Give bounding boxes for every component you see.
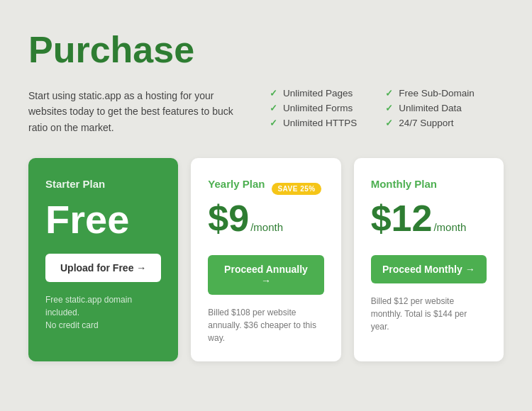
yearly-plan-note: Billed $108 per website annually. $36 ch… <box>208 306 323 344</box>
monthly-plan-card: Monthly Plan $12 /month Proceed Monthly … <box>354 158 504 361</box>
feature-item: ✓ Unlimited HTTPS <box>270 118 357 128</box>
feature-label: Free Sub-Domain <box>399 88 475 98</box>
starter-plan-price: Free <box>45 200 161 240</box>
features-col-1: ✓ Unlimited Pages ✓ Unlimited Forms ✓ Un… <box>270 88 357 135</box>
starter-plan-button[interactable]: Upload for Free → <box>45 254 161 282</box>
monthly-plan-name: Monthly Plan <box>371 178 487 190</box>
page-title: Purchase <box>28 28 504 71</box>
yearly-plan-card: Yearly Plan SAVE 25% $9 /month Proceed A… <box>191 158 340 361</box>
feature-label: Unlimited HTTPS <box>283 118 357 128</box>
feature-item: ✓ Unlimited Data <box>385 103 475 113</box>
monthly-plan-button[interactable]: Proceed Monthly → <box>371 255 487 283</box>
check-icon: ✓ <box>385 118 393 128</box>
yearly-price-row: $9 /month <box>208 200 323 241</box>
starter-plan-card: Starter Plan Free Upload for Free → Free… <box>28 158 178 361</box>
starter-plan-note: Free static.app domain included. No cred… <box>45 293 161 332</box>
monthly-plan-price: $12 <box>371 200 433 237</box>
monthly-price-suffix: /month <box>433 221 466 233</box>
plans-section: Starter Plan Free Upload for Free → Free… <box>28 158 504 361</box>
page-description: Start using static.app as a hosting for … <box>28 88 241 135</box>
feature-label: Unlimited Data <box>399 103 462 113</box>
feature-label: 24/7 Support <box>399 118 453 128</box>
features-group: ✓ Unlimited Pages ✓ Unlimited Forms ✓ Un… <box>270 88 504 135</box>
check-icon: ✓ <box>270 103 277 113</box>
feature-label: Unlimited Forms <box>283 103 353 113</box>
yearly-price-suffix: /month <box>250 221 283 233</box>
yearly-plan-name-row: Yearly Plan SAVE 25% <box>208 178 323 200</box>
check-icon: ✓ <box>270 88 277 98</box>
check-icon: ✓ <box>385 88 393 98</box>
feature-item: ✓ Free Sub-Domain <box>385 88 475 98</box>
feature-item: ✓ 24/7 Support <box>385 118 475 128</box>
starter-plan-name: Starter Plan <box>45 178 161 190</box>
feature-label: Unlimited Pages <box>283 88 353 98</box>
yearly-plan-name: Yearly Plan <box>208 178 265 190</box>
feature-item: ✓ Unlimited Forms <box>270 103 357 113</box>
monthly-price-row: $12 /month <box>371 200 487 241</box>
yearly-plan-price: $9 <box>208 200 249 237</box>
top-section: Start using static.app as a hosting for … <box>28 88 504 135</box>
monthly-plan-note: Billed $12 per website monthly. Total is… <box>371 295 487 333</box>
check-icon: ✓ <box>385 103 393 113</box>
yearly-save-badge: SAVE 25% <box>272 183 321 195</box>
features-col-2: ✓ Free Sub-Domain ✓ Unlimited Data ✓ 24/… <box>385 88 475 135</box>
yearly-plan-button[interactable]: Proceed Annually → <box>208 255 323 295</box>
feature-item: ✓ Unlimited Pages <box>270 88 357 98</box>
check-icon: ✓ <box>270 118 277 128</box>
